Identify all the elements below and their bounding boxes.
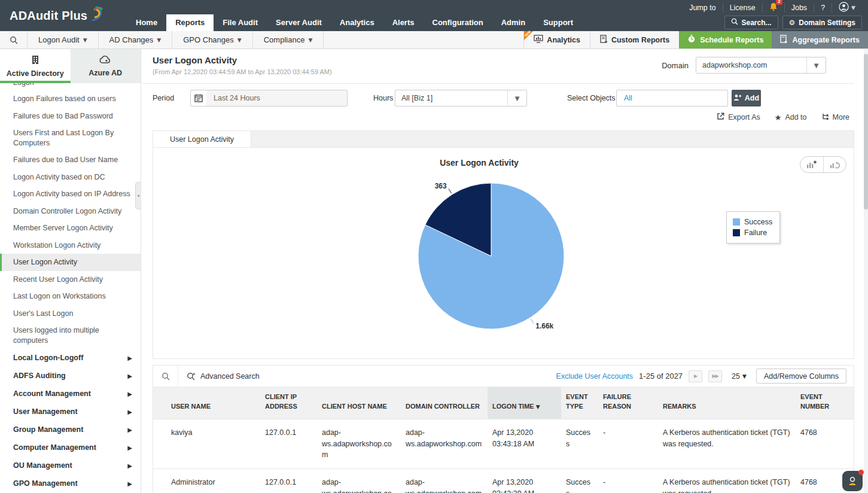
column-header-logon-time[interactable]: LOGON TIME ▼	[488, 387, 561, 419]
custom-reports-button[interactable]: ★ Custom Reports	[590, 31, 679, 48]
menu-compliance[interactable]: Compliance▼	[253, 31, 324, 48]
exclude-user-accounts-link[interactable]: Exclude User Accounts	[556, 372, 634, 381]
menu-ad-changes[interactable]: AD Changes▼	[99, 31, 173, 48]
column-header-client-ip-address[interactable]: CLIENT IP ADDRESS	[260, 387, 317, 419]
license-link[interactable]: License	[723, 3, 762, 13]
sidebar-item-users-logged-into-multiple-computers[interactable]: Users logged into multiple computers	[0, 322, 141, 349]
chevron-down-icon: ▼	[237, 37, 242, 43]
analytics-button[interactable]: NEW Analytics	[523, 31, 590, 48]
chart-add-icon[interactable]	[800, 157, 823, 172]
nav-item-alerts[interactable]: Alerts	[383, 14, 424, 31]
nav-item-file-audit[interactable]: File Audit	[214, 14, 267, 31]
gear-icon: ⚙	[789, 19, 796, 27]
domain-select[interactable]: adapworkshop.com ▼	[696, 57, 826, 74]
legend-item-failure[interactable]: Failure	[733, 227, 772, 238]
chevron-down-icon: ▼	[806, 57, 826, 73]
sidebar-scroll-handle[interactable]: ◂	[135, 182, 141, 209]
svg-text:★: ★	[784, 39, 788, 44]
nav-item-server-audit[interactable]: Server Audit	[267, 14, 331, 31]
sidebar-report-list: Logon Failures based on usersFailures du…	[0, 90, 141, 349]
sidebar-category-group-management[interactable]: Group Management▶	[0, 421, 141, 439]
next-page-button[interactable]: ▶	[689, 370, 702, 382]
add-objects-button[interactable]: Add	[732, 90, 761, 106]
table-search-button[interactable]	[153, 366, 178, 387]
sidebar-category-account-management[interactable]: Account Management▶	[0, 385, 141, 403]
menu-logon-audit[interactable]: Logon Audit▼	[28, 31, 99, 48]
export-as-button[interactable]: Export As	[717, 112, 760, 122]
column-header-domain-controller[interactable]: DOMAIN CONTROLLER	[401, 387, 488, 419]
schedule-reports-button[interactable]: Schedule Reports	[679, 31, 772, 48]
sidebar-category-ou-management[interactable]: OU Management▶	[0, 457, 141, 474]
chevron-right-icon: ▶	[127, 445, 132, 451]
sidebar-item-member-server-logon-activity[interactable]: Member Server Logon Activity	[0, 220, 141, 237]
sidebar-category-computer-management[interactable]: Computer Management▶	[0, 439, 141, 457]
domain-label: Domain	[662, 61, 689, 70]
nav-item-admin[interactable]: Admin	[492, 14, 534, 31]
menu-gpo-changes[interactable]: GPO Changes▼	[172, 31, 252, 48]
sidebar-item-failures-due-to-bad-user-name[interactable]: Failures due to Bad User Name	[0, 151, 141, 169]
add-remove-columns-button[interactable]: Add/Remove Columns	[756, 369, 846, 384]
tab-user-logon-activity[interactable]: User Logon Activity	[153, 131, 251, 148]
last-page-button[interactable]: ▶▶	[708, 370, 722, 382]
column-header-failure-reason[interactable]: FAILURE REASON	[598, 387, 658, 419]
column-header-client-host-name[interactable]: CLIENT HOST NAME	[317, 387, 401, 419]
sidebar-item-domain-controller-logon-activity[interactable]: Domain Controller Logon Activity	[0, 203, 141, 220]
sidebar-item-logon-activity-based-on-ip-address[interactable]: Logon Activity based on IP Address	[0, 185, 141, 203]
nav-item-analytics[interactable]: Analytics	[331, 14, 383, 31]
scrollbar-thumb[interactable]	[864, 54, 868, 209]
sidebar-item-failures-due-to-bad-password[interactable]: Failures due to Bad Password	[0, 108, 141, 125]
sidebar-category-gpo-management[interactable]: GPO Management▶	[0, 474, 141, 492]
hours-select[interactable]: All [Biz 1] ▼	[395, 90, 527, 106]
clock-icon	[687, 35, 696, 45]
jobs-link[interactable]: Jobs	[784, 3, 814, 13]
sidebar-item-users-first-and-last-logon-by-computers[interactable]: Users First and Last Logon By Computers	[0, 124, 141, 151]
advanced-search-button[interactable]: Advanced Search	[178, 372, 268, 381]
chart-type-buttons	[800, 156, 846, 173]
aggregate-reports-button[interactable]: ★ Aggregate Reports	[772, 31, 868, 48]
toolbar-search-button[interactable]	[0, 31, 28, 48]
sidebar-category-user-management[interactable]: User Management▶	[0, 403, 141, 421]
nav-item-support[interactable]: Support	[534, 14, 582, 31]
nav-actions: Search... ⚙ Domain Settings	[724, 16, 862, 29]
select-objects-input[interactable]: All	[616, 90, 728, 106]
sidebar-item-logon-failures-based-on-users[interactable]: Logon Failures based on users	[0, 90, 141, 108]
nav-item-home[interactable]: Home	[127, 14, 166, 31]
sidebar-item-user-logon-activity[interactable]: User Logon Activity	[0, 254, 141, 271]
legend-item-success[interactable]: Success	[733, 217, 772, 227]
domain-settings-button[interactable]: ⚙ Domain Settings	[782, 16, 862, 29]
account-menu[interactable]: ▼	[832, 3, 862, 13]
calendar-button[interactable]	[190, 90, 207, 106]
chart-panel: User Logon Activity 1.66k363 SuccessFail…	[153, 147, 854, 359]
support-chat-button[interactable]	[842, 471, 863, 491]
sidebar-category-local-logon-logoff[interactable]: Local Logon-Logoff▶	[0, 349, 141, 367]
column-header-event-number[interactable]: EVENT NUMBER	[796, 387, 854, 419]
page-scrollbar[interactable]	[864, 49, 868, 493]
tab-azure-ad[interactable]: Azure AD	[71, 49, 141, 83]
sidebar-clipped-item[interactable]: Logon	[0, 83, 141, 90]
more-button[interactable]: More	[821, 112, 849, 122]
chart-refresh-icon[interactable]	[823, 157, 846, 172]
sidebar-item-recent-user-logon-activity[interactable]: Recent User Logon Activity	[0, 271, 141, 288]
add-to-favorites-button[interactable]: ★ Add to	[775, 113, 807, 122]
legend-label: Failure	[744, 229, 767, 237]
nav-item-configuration[interactable]: Configuration	[424, 14, 492, 31]
column-header-remarks[interactable]: REMARKS	[658, 387, 796, 419]
pie-chart[interactable]: 1.66k363	[371, 165, 611, 348]
column-header-event-type[interactable]: EVENT TYPE	[561, 387, 598, 419]
page-size-select[interactable]: 25 ▼	[728, 372, 750, 381]
bell-icon: 2	[769, 2, 778, 13]
sidebar-category-adfs-auditing[interactable]: ADFS Auditing▶	[0, 367, 141, 385]
tab-active-directory[interactable]: Active Directory	[0, 49, 71, 83]
column-header-user-name[interactable]: USER NAME	[153, 387, 260, 419]
page-title: User Logon Activity	[153, 55, 237, 65]
period-input[interactable]: Last 24 Hours	[206, 90, 348, 106]
help-button[interactable]: ?	[814, 3, 832, 13]
nav-item-reports[interactable]: Reports	[166, 14, 214, 31]
sidebar-item-logon-activity-based-on-dc[interactable]: Logon Activity based on DC	[0, 169, 141, 186]
notifications-button[interactable]: 2	[762, 3, 784, 13]
global-search-button[interactable]: Search...	[724, 16, 778, 29]
sidebar-item-user-s-last-logon[interactable]: User's Last Logon	[0, 305, 141, 322]
jump-to-link[interactable]: Jump to	[683, 3, 722, 13]
sidebar-item-last-logon-on-workstations[interactable]: Last Logon on Workstations	[0, 288, 141, 305]
sidebar-item-workstation-logon-activity[interactable]: Workstation Logon Activity	[0, 237, 141, 254]
